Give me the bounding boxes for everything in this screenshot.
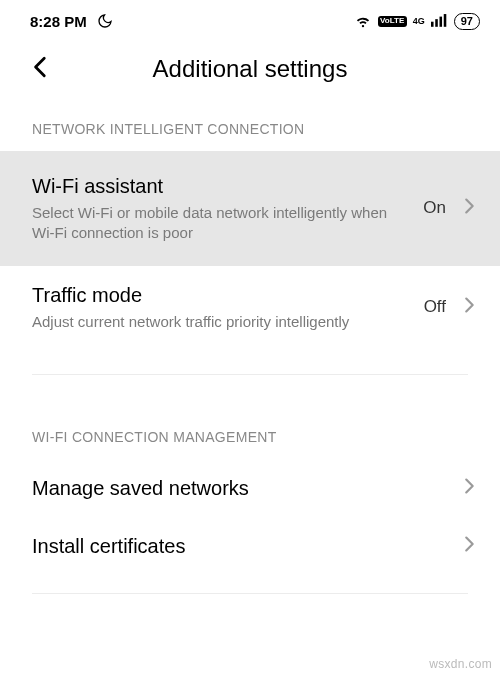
chevron-right-icon (458, 533, 480, 559)
row-value: Off (424, 297, 446, 317)
divider (32, 593, 468, 594)
row-title: Traffic mode (32, 282, 412, 308)
status-right: VoLTE 4G 97 (354, 11, 480, 32)
page-title: Additional settings (153, 55, 348, 83)
row-title: Wi-Fi assistant (32, 173, 411, 199)
status-time: 8:28 PM (30, 13, 87, 30)
signal-bars-icon (431, 13, 448, 30)
status-bar: 8:28 PM VoLTE 4G 97 (0, 0, 500, 38)
row-main: Wi-Fi assistant Select Wi-Fi or mobile d… (32, 173, 411, 244)
battery-indicator: 97 (454, 13, 480, 30)
volte-icon: VoLTE (378, 16, 407, 27)
row-main: Manage saved networks (32, 475, 446, 501)
row-main: Install certificates (32, 533, 446, 559)
row-traffic-mode[interactable]: Traffic mode Adjust current network traf… (0, 266, 500, 348)
back-button[interactable] (20, 46, 62, 91)
app-header: Additional settings (0, 38, 500, 113)
svg-rect-2 (439, 16, 442, 26)
row-wifi-assistant[interactable]: Wi-Fi assistant Select Wi-Fi or mobile d… (0, 151, 500, 266)
chevron-right-icon (458, 195, 480, 221)
row-title: Manage saved networks (32, 475, 446, 501)
chevron-right-icon (458, 475, 480, 501)
svg-rect-3 (444, 14, 447, 27)
network-type-label: 4G (413, 16, 425, 26)
row-title: Install certificates (32, 533, 446, 559)
row-manage-saved-networks[interactable]: Manage saved networks (0, 459, 500, 517)
row-main: Traffic mode Adjust current network traf… (32, 282, 412, 332)
status-left: 8:28 PM (30, 13, 113, 30)
row-value: On (423, 198, 446, 218)
row-subtitle: Select Wi-Fi or mobile data network inte… (32, 203, 392, 244)
section-header-wifi-mgmt: WI-FI CONNECTION MANAGEMENT (0, 375, 500, 459)
svg-rect-1 (435, 19, 438, 27)
svg-rect-0 (431, 21, 434, 26)
dnd-moon-icon (97, 13, 113, 29)
watermark: wsxdn.com (429, 657, 492, 671)
section-header-network: NETWORK INTELLIGENT CONNECTION (0, 113, 500, 151)
chevron-right-icon (458, 294, 480, 320)
row-subtitle: Adjust current network traffic priority … (32, 312, 392, 332)
row-install-certificates[interactable]: Install certificates (0, 517, 500, 575)
chevron-left-icon (28, 54, 54, 80)
wifi-icon (354, 11, 372, 32)
